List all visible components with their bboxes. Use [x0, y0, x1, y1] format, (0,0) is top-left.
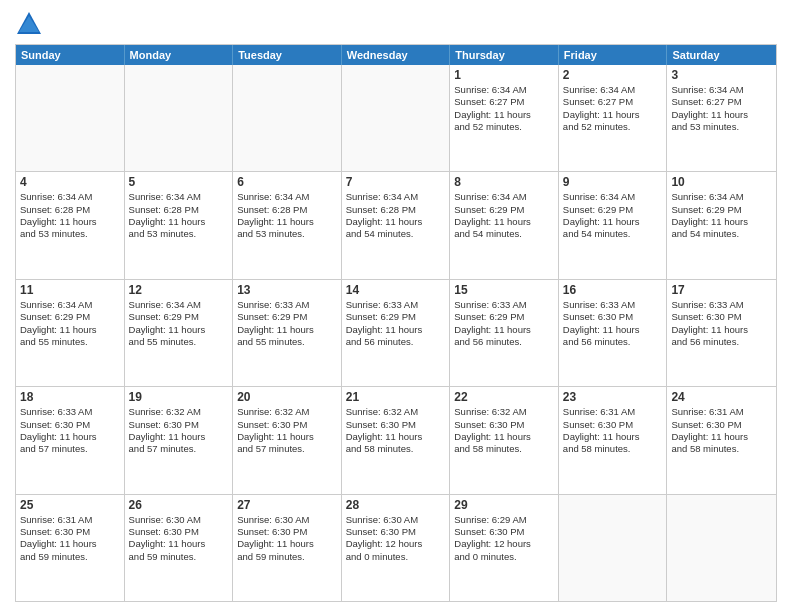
cell-info: Sunrise: 6:33 AM	[20, 406, 120, 418]
calendar-cell: 16Sunrise: 6:33 AMSunset: 6:30 PMDayligh…	[559, 280, 668, 386]
cell-info: and 55 minutes.	[237, 336, 337, 348]
cell-info: Sunrise: 6:34 AM	[563, 84, 663, 96]
cell-info: Sunset: 6:28 PM	[20, 204, 120, 216]
cell-info: Daylight: 11 hours	[563, 431, 663, 443]
cell-info: and 53 minutes.	[237, 228, 337, 240]
day-number: 29	[454, 498, 554, 512]
calendar-cell: 1Sunrise: 6:34 AMSunset: 6:27 PMDaylight…	[450, 65, 559, 171]
cell-info: Sunrise: 6:30 AM	[129, 514, 229, 526]
cell-info: Sunrise: 6:34 AM	[20, 299, 120, 311]
day-number: 16	[563, 283, 663, 297]
cell-info: and 52 minutes.	[563, 121, 663, 133]
calendar-row: 11Sunrise: 6:34 AMSunset: 6:29 PMDayligh…	[16, 280, 776, 387]
day-number: 28	[346, 498, 446, 512]
cell-info: Sunset: 6:29 PM	[20, 311, 120, 323]
header-day: Thursday	[450, 45, 559, 65]
cell-info: Daylight: 12 hours	[454, 538, 554, 550]
day-number: 25	[20, 498, 120, 512]
day-number: 9	[563, 175, 663, 189]
cell-info: Sunrise: 6:33 AM	[346, 299, 446, 311]
cell-info: Daylight: 11 hours	[346, 431, 446, 443]
calendar-cell: 4Sunrise: 6:34 AMSunset: 6:28 PMDaylight…	[16, 172, 125, 278]
header-day: Monday	[125, 45, 234, 65]
cell-info: Daylight: 11 hours	[20, 216, 120, 228]
cell-info: Sunset: 6:30 PM	[454, 526, 554, 538]
cell-info: Daylight: 11 hours	[671, 431, 772, 443]
cell-info: Daylight: 11 hours	[20, 431, 120, 443]
logo-icon	[15, 10, 43, 38]
cell-info: Sunset: 6:29 PM	[671, 204, 772, 216]
cell-info: Sunset: 6:30 PM	[20, 526, 120, 538]
cell-info: and 57 minutes.	[129, 443, 229, 455]
cell-info: Sunset: 6:30 PM	[20, 419, 120, 431]
cell-info: Sunset: 6:29 PM	[346, 311, 446, 323]
cell-info: and 52 minutes.	[454, 121, 554, 133]
cell-info: Sunrise: 6:34 AM	[20, 191, 120, 203]
cell-info: and 53 minutes.	[20, 228, 120, 240]
cell-info: Sunrise: 6:33 AM	[563, 299, 663, 311]
calendar-cell: 27Sunrise: 6:30 AMSunset: 6:30 PMDayligh…	[233, 495, 342, 601]
header-day: Friday	[559, 45, 668, 65]
cell-info: Daylight: 11 hours	[671, 216, 772, 228]
cell-info: Sunset: 6:30 PM	[237, 526, 337, 538]
calendar-row: 25Sunrise: 6:31 AMSunset: 6:30 PMDayligh…	[16, 495, 776, 601]
cell-info: Daylight: 11 hours	[454, 109, 554, 121]
day-number: 8	[454, 175, 554, 189]
day-number: 27	[237, 498, 337, 512]
calendar-cell: 12Sunrise: 6:34 AMSunset: 6:29 PMDayligh…	[125, 280, 234, 386]
cell-info: and 59 minutes.	[20, 551, 120, 563]
cell-info: Daylight: 11 hours	[671, 324, 772, 336]
cell-info: and 55 minutes.	[129, 336, 229, 348]
day-number: 10	[671, 175, 772, 189]
cell-info: Sunrise: 6:31 AM	[563, 406, 663, 418]
cell-info: Sunset: 6:29 PM	[454, 204, 554, 216]
day-number: 26	[129, 498, 229, 512]
calendar-cell: 2Sunrise: 6:34 AMSunset: 6:27 PMDaylight…	[559, 65, 668, 171]
header	[15, 10, 777, 38]
calendar-cell	[559, 495, 668, 601]
cell-info: Daylight: 11 hours	[563, 216, 663, 228]
cell-info: Daylight: 11 hours	[129, 431, 229, 443]
cell-info: Daylight: 11 hours	[129, 324, 229, 336]
cell-info: Sunset: 6:30 PM	[346, 419, 446, 431]
calendar-cell: 23Sunrise: 6:31 AMSunset: 6:30 PMDayligh…	[559, 387, 668, 493]
day-number: 17	[671, 283, 772, 297]
calendar-cell: 17Sunrise: 6:33 AMSunset: 6:30 PMDayligh…	[667, 280, 776, 386]
cell-info: Sunset: 6:28 PM	[237, 204, 337, 216]
calendar-cell: 24Sunrise: 6:31 AMSunset: 6:30 PMDayligh…	[667, 387, 776, 493]
calendar-cell: 3Sunrise: 6:34 AMSunset: 6:27 PMDaylight…	[667, 65, 776, 171]
calendar-cell: 29Sunrise: 6:29 AMSunset: 6:30 PMDayligh…	[450, 495, 559, 601]
calendar-cell: 15Sunrise: 6:33 AMSunset: 6:29 PMDayligh…	[450, 280, 559, 386]
cell-info: Daylight: 11 hours	[563, 109, 663, 121]
cell-info: Sunrise: 6:32 AM	[129, 406, 229, 418]
calendar-cell: 22Sunrise: 6:32 AMSunset: 6:30 PMDayligh…	[450, 387, 559, 493]
cell-info: Daylight: 11 hours	[237, 431, 337, 443]
cell-info: Daylight: 11 hours	[346, 216, 446, 228]
cell-info: Sunset: 6:28 PM	[129, 204, 229, 216]
cell-info: Daylight: 11 hours	[671, 109, 772, 121]
logo	[15, 10, 47, 38]
cell-info: and 58 minutes.	[454, 443, 554, 455]
cell-info: Daylight: 11 hours	[237, 216, 337, 228]
cell-info: Sunrise: 6:34 AM	[237, 191, 337, 203]
calendar-header: SundayMondayTuesdayWednesdayThursdayFrid…	[16, 45, 776, 65]
cell-info: Sunrise: 6:30 AM	[346, 514, 446, 526]
cell-info: and 54 minutes.	[346, 228, 446, 240]
cell-info: Sunset: 6:27 PM	[563, 96, 663, 108]
calendar-cell: 5Sunrise: 6:34 AMSunset: 6:28 PMDaylight…	[125, 172, 234, 278]
day-number: 20	[237, 390, 337, 404]
cell-info: Daylight: 11 hours	[454, 431, 554, 443]
calendar-cell: 6Sunrise: 6:34 AMSunset: 6:28 PMDaylight…	[233, 172, 342, 278]
day-number: 7	[346, 175, 446, 189]
calendar-cell: 8Sunrise: 6:34 AMSunset: 6:29 PMDaylight…	[450, 172, 559, 278]
cell-info: Sunrise: 6:34 AM	[563, 191, 663, 203]
cell-info: and 59 minutes.	[129, 551, 229, 563]
cell-info: Sunrise: 6:32 AM	[346, 406, 446, 418]
header-day: Tuesday	[233, 45, 342, 65]
cell-info: Sunset: 6:30 PM	[129, 526, 229, 538]
cell-info: Daylight: 11 hours	[20, 538, 120, 550]
day-number: 11	[20, 283, 120, 297]
cell-info: Sunset: 6:30 PM	[129, 419, 229, 431]
day-number: 21	[346, 390, 446, 404]
cell-info: and 54 minutes.	[454, 228, 554, 240]
